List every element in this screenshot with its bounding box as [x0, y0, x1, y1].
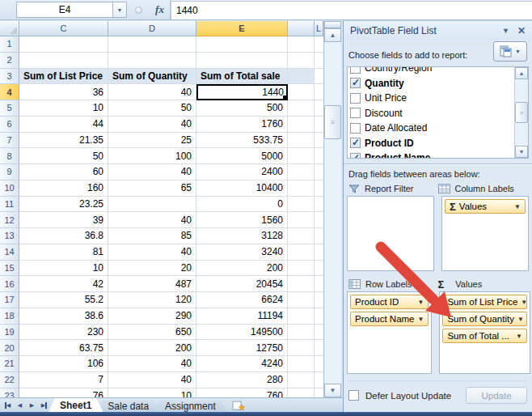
- grid-cell[interactable]: [288, 388, 315, 398]
- grid-cell[interactable]: [315, 117, 323, 133]
- grid-cell[interactable]: [288, 372, 315, 388]
- grid-cell[interactable]: 7: [19, 372, 108, 388]
- grid-cell[interactable]: 533.75: [196, 133, 288, 149]
- grid-cell[interactable]: [288, 148, 315, 164]
- grid-cell[interactable]: 60: [19, 164, 108, 180]
- grid-cell[interactable]: 40: [108, 84, 196, 100]
- grid-cell[interactable]: 40: [108, 372, 196, 388]
- column-labels-box[interactable]: Σ Values ▼: [441, 196, 529, 271]
- grid-cell[interactable]: 1440: [196, 84, 288, 100]
- grid-cell[interactable]: [288, 100, 315, 117]
- defer-layout-checkbox[interactable]: [348, 390, 359, 401]
- grid-cell[interactable]: 3128: [196, 228, 288, 244]
- grid-cell[interactable]: [315, 244, 323, 261]
- column-header-f[interactable]: [288, 21, 315, 36]
- field-checkbox-item[interactable]: Unit Price: [350, 91, 514, 106]
- field-checkbox-item[interactable]: Country/Region: [350, 66, 514, 76]
- grid-cell[interactable]: [288, 244, 315, 261]
- scroll-up-button[interactable]: ▲: [515, 67, 528, 79]
- grid-cell[interactable]: [315, 340, 323, 356]
- scrollbar-track[interactable]: ≡: [515, 79, 528, 146]
- row-header[interactable]: 23: [0, 388, 19, 398]
- insert-function-icon[interactable]: fx: [150, 0, 171, 19]
- vertical-scrollbar[interactable]: ▲ ≡ ▼: [323, 21, 341, 397]
- grid-cell[interactable]: 10400: [196, 180, 288, 197]
- pane-layout-button[interactable]: ▼: [493, 41, 527, 62]
- grid-cell[interactable]: 39: [19, 212, 108, 228]
- name-box[interactable]: E4: [16, 2, 113, 18]
- grid-cell[interactable]: 200: [108, 340, 196, 356]
- grid-cell[interactable]: [288, 180, 315, 197]
- grid-cell[interactable]: 20454: [196, 276, 288, 292]
- grid-cell[interactable]: [315, 261, 323, 277]
- grid-cell[interactable]: [315, 148, 323, 164]
- grid-cell[interactable]: [288, 340, 315, 356]
- grid-cell[interactable]: 487: [108, 276, 196, 292]
- grid-cell[interactable]: [288, 84, 315, 100]
- sheet-tab[interactable]: Sale data: [96, 400, 160, 412]
- pivot-field-button[interactable]: Sum of Total ... ▼: [442, 329, 527, 343]
- pivot-field-button[interactable]: Σ Values ▼: [445, 199, 526, 214]
- update-button[interactable]: Update: [466, 387, 527, 404]
- grid-cell[interactable]: [315, 228, 323, 244]
- grid-cell[interactable]: 230: [19, 325, 108, 341]
- column-header-e[interactable]: E: [196, 21, 288, 36]
- row-labels-box[interactable]: Product ID ▼ Product Name ▼: [347, 291, 432, 374]
- grid-cell[interactable]: 81: [19, 244, 108, 261]
- grid-cell[interactable]: Sum of List Price: [19, 69, 108, 85]
- grid-cell[interactable]: [288, 53, 315, 69]
- grid-cell[interactable]: [315, 133, 323, 149]
- row-header[interactable]: 1: [0, 36, 19, 53]
- grid-cell[interactable]: 25: [108, 133, 196, 149]
- grid-cell[interactable]: [315, 84, 323, 100]
- scrollbar-thumb[interactable]: ≡: [324, 105, 341, 139]
- grid-cell[interactable]: [196, 53, 288, 69]
- row-header[interactable]: 20: [0, 340, 19, 356]
- grid-cell[interactable]: 55.2: [19, 292, 108, 308]
- grid-cell[interactable]: [108, 53, 196, 69]
- grid-cell[interactable]: [315, 308, 323, 325]
- grid-cell[interactable]: 40: [108, 212, 196, 228]
- grid-cell[interactable]: 10: [19, 100, 108, 117]
- select-all-corner[interactable]: [0, 21, 19, 36]
- checkbox-icon[interactable]: [350, 108, 361, 118]
- row-header[interactable]: 6: [0, 117, 19, 133]
- grid-cell[interactable]: 6624: [196, 292, 288, 308]
- column-header-d[interactable]: D: [108, 21, 196, 36]
- grid-cell[interactable]: 100: [108, 148, 196, 164]
- grid-cell[interactable]: [288, 292, 315, 308]
- grid-cell[interactable]: [196, 36, 288, 53]
- grid-cell[interactable]: 23.25: [19, 197, 108, 213]
- grid-cell[interactable]: 36.8: [19, 228, 108, 244]
- grid-cell[interactable]: 76: [19, 388, 108, 398]
- next-sheet-button[interactable]: ▶: [27, 400, 37, 410]
- grid-cell[interactable]: 85: [108, 228, 196, 244]
- grid-cell[interactable]: 1760: [196, 117, 288, 133]
- row-header[interactable]: 21: [0, 356, 19, 372]
- row-header[interactable]: 16: [0, 276, 19, 292]
- grid-cell[interactable]: 120: [108, 292, 196, 308]
- sheet-tab[interactable]: Sheet1: [49, 398, 103, 412]
- grid-cell[interactable]: 500: [196, 100, 288, 117]
- field-list-scrollbar[interactable]: ▲ ≡ ▼: [514, 67, 528, 158]
- previous-sheet-button[interactable]: ◀: [15, 400, 25, 410]
- row-header[interactable]: 2: [0, 53, 19, 69]
- grid-cell[interactable]: 63.75: [19, 340, 108, 356]
- grid-cell[interactable]: [288, 228, 315, 244]
- pane-close-icon[interactable]: ✕: [517, 25, 526, 36]
- checkbox-icon[interactable]: [350, 78, 361, 88]
- grid-cell[interactable]: 40: [108, 356, 196, 372]
- grid-cell[interactable]: 50: [19, 148, 108, 164]
- grid-cell[interactable]: [288, 117, 315, 133]
- grid-cell[interactable]: 280: [196, 372, 288, 388]
- pivot-field-button[interactable]: Product ID ▼: [350, 295, 429, 309]
- checkbox-icon[interactable]: [350, 138, 361, 148]
- scroll-down-button[interactable]: ▼: [324, 384, 341, 397]
- field-checkbox-item[interactable]: Date Allocated: [350, 121, 514, 136]
- grid-cell[interactable]: [315, 292, 323, 308]
- field-checkbox-item[interactable]: Product ID: [350, 136, 514, 151]
- grid-cell[interactable]: 5000: [196, 148, 288, 164]
- grid-cell[interactable]: 10: [19, 261, 108, 277]
- scrollbar-thumb[interactable]: ≡: [515, 102, 528, 123]
- row-header[interactable]: 12: [0, 212, 19, 228]
